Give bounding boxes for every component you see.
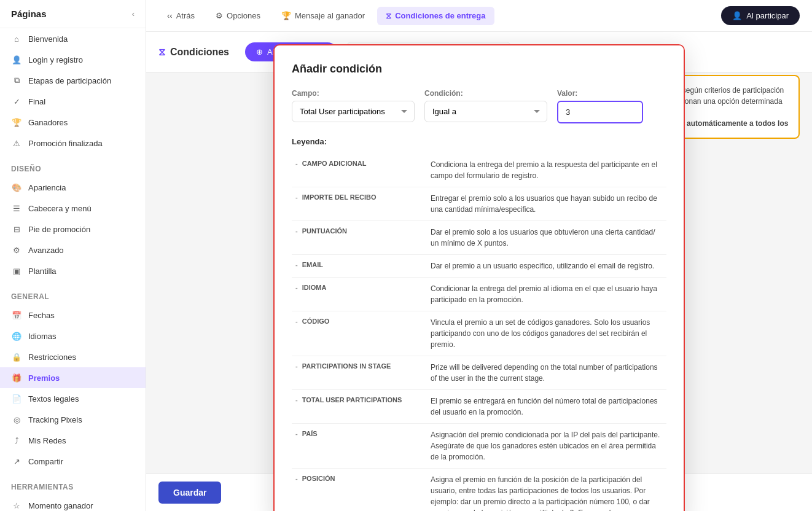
sidebar-item-login[interactable]: 👤 Login y registro [0, 49, 146, 70]
condition-select[interactable]: Igual a [424, 101, 547, 122]
legend-description: El premio se entregará en función del nú… [427, 390, 666, 424]
add-condition-modal: Añadir condición Campo: Total User parti… [273, 44, 685, 511]
legend-dash: - [295, 261, 302, 268]
legend-key-label: CAMPO ADICIONAL [302, 160, 367, 167]
legend-key-label: EMAIL [302, 261, 323, 268]
sidebar-item-idiomas[interactable]: 🌐 Idiomas [0, 326, 146, 346]
legend-key: - EMAIL [292, 255, 427, 278]
sidebar-item-cabecera[interactable]: ☰ Cabecera y menú [0, 198, 146, 219]
legend-key-label: PUNTUACIÓN [302, 227, 347, 235]
palette-icon: 🎨 [11, 182, 22, 193]
legend-description: Asignación del premio condicionada por l… [427, 424, 666, 469]
sidebar-section-pages: ⌂ Bienvenida 👤 Login y registro ⧉ Etapas… [0, 28, 146, 154]
settings-icon: ⚙ [11, 244, 22, 256]
sidebar-item-final[interactable]: ✓ Final [0, 91, 146, 112]
delivery-conditions-label: Condiciones de entrega [395, 11, 485, 20]
trophy-nav-icon: 🏆 [281, 11, 291, 20]
sidebar-item-fechas[interactable]: 📅 Fechas [0, 305, 146, 326]
participar-icon: 👤 [732, 11, 742, 20]
legend-description: Dar el premio solo a los usuarios que ob… [427, 221, 666, 255]
gift-icon: 🎁 [11, 372, 22, 383]
menu-icon: ☰ [11, 203, 22, 214]
winner-message-button[interactable]: 🏆 Mensaje al ganador [273, 7, 373, 25]
sidebar-item-ganadores[interactable]: 🏆 Ganadores [0, 112, 146, 133]
value-label: Valor: [557, 89, 643, 98]
sidebar-item-label: Bienvenida [28, 34, 68, 44]
sidebar-item-redes[interactable]: ⤴ Mis Redes [0, 430, 146, 451]
sidebar-item-plantilla[interactable]: ▣ Plantilla [0, 260, 146, 281]
legend-dash: - [295, 475, 302, 482]
legend-key: - TOTAL USER PARTICIPATIONS [292, 390, 427, 424]
legend-row: - PARTICIPATIONS IN STAGE Prize will be … [292, 356, 666, 390]
condition-group: Condición: Igual a [424, 89, 547, 123]
field-select[interactable]: Total User participations [292, 101, 415, 122]
sidebar-item-label: Tracking Pixels [28, 415, 82, 424]
sidebar-item-apariencia[interactable]: 🎨 Apariencia [0, 177, 146, 198]
legend-key-label: IMPORTE DEL RECIBO [302, 193, 377, 201]
modal-form-row: Campo: Total User participations Condici… [292, 89, 666, 123]
sidebar-section-title-herramientas: Herramientas [0, 472, 146, 495]
globe-icon: 🌐 [11, 330, 22, 341]
legend-description: Entregar el premio solo a los usuarios q… [427, 187, 666, 221]
legend-key-label: TOTAL USER PARTICIPATIONS [302, 396, 402, 404]
value-group: Valor: [557, 89, 643, 123]
sidebar-item-promo-finalizada[interactable]: ⚠ Promoción finalizada [0, 133, 146, 154]
legend-key: - IMPORTE DEL RECIBO [292, 187, 427, 221]
sidebar-title: Páginas [11, 9, 47, 19]
sidebar-section-herramientas: Herramientas ☆ Momento ganador [0, 472, 146, 511]
warning-icon: ⚠ [11, 138, 22, 149]
user-icon: 👤 [11, 54, 22, 65]
sidebar-item-textos[interactable]: 📄 Textos legales [0, 388, 146, 409]
sidebar-section-title-diseno: Diseño [0, 154, 146, 177]
sidebar-item-label: Plantilla [28, 267, 57, 276]
sidebar-item-premios[interactable]: 🎁 Premios [0, 367, 146, 388]
share2-icon: ↗ [11, 456, 22, 467]
sidebar-item-label: Cabecera y menú [28, 204, 92, 213]
layers-icon: ⧉ [11, 75, 22, 86]
sidebar-item-avanzado[interactable]: ⚙ Avanzado [0, 240, 146, 260]
legend-row: - IDIOMA Condicionar la entrega del prem… [292, 278, 666, 311]
legend-row: - CAMPO ADICIONAL Condiciona la entrega … [292, 154, 666, 187]
sidebar-item-label: Restricciones [28, 353, 76, 362]
sidebar-item-label: Login y registro [28, 55, 83, 64]
legend-dash: - [295, 396, 302, 404]
sidebar-item-label: Premios [28, 373, 60, 383]
modal-overlay: Añadir condición Campo: Total User parti… [146, 32, 812, 511]
main-content: ‹‹ Atrás ⚙ Opciones 🏆 Mensaje al ganador… [146, 0, 812, 511]
al-participar-button[interactable]: 👤 Al participar [721, 6, 800, 25]
legend-key: - PARTICIPATIONS IN STAGE [292, 356, 427, 390]
sidebar-item-tracking[interactable]: ◎ Tracking Pixels [0, 409, 146, 430]
legend-description: Asigna el premio en función de la posici… [427, 469, 666, 512]
sidebar-collapse-button[interactable]: ‹ [132, 9, 135, 18]
field-group: Campo: Total User participations [292, 89, 415, 123]
value-input[interactable] [557, 101, 643, 123]
sidebar-item-label: Compartir [28, 457, 63, 466]
sidebar-item-momento[interactable]: ☆ Momento ganador [0, 495, 146, 511]
legend-row: - IMPORTE DEL RECIBO Entregar el premio … [292, 187, 666, 221]
check-icon: ✓ [11, 96, 22, 107]
legend-description: Vincula el premio a un set de códigos ga… [427, 311, 666, 356]
field-label: Campo: [292, 89, 415, 98]
doc-icon: 📄 [11, 393, 22, 404]
home-icon: ⌂ [11, 33, 22, 44]
legend-description: Condicionar la entrega del premio al idi… [427, 278, 666, 311]
sidebar-item-restricciones[interactable]: 🔒 Restricciones [0, 346, 146, 367]
sidebar-item-compartir[interactable]: ↗ Compartir [0, 451, 146, 472]
sidebar-item-pie[interactable]: ⊟ Pie de promoción [0, 219, 146, 240]
winner-message-label: Mensaje al ganador [295, 11, 365, 20]
legend-dash: - [295, 227, 302, 235]
legend-key-label: CÓDIGO [302, 318, 330, 325]
legend-row: - POSICIÓN Asigna el premio en función d… [292, 469, 666, 512]
sidebar-item-bienvenida[interactable]: ⌂ Bienvenida [0, 28, 146, 49]
back-button[interactable]: ‹‹ Atrás [158, 7, 203, 25]
options-button[interactable]: ⚙ Opciones [207, 7, 269, 25]
back-label: Atrás [176, 11, 195, 20]
sidebar-item-etapas[interactable]: ⧉ Etapas de participación [0, 70, 146, 91]
legend-key: - IDIOMA [292, 278, 427, 311]
sidebar-item-label: Final [28, 97, 45, 106]
delivery-conditions-button[interactable]: ⧖ Condiciones de entrega [377, 7, 494, 25]
legend-key: - PAÍS [292, 424, 427, 469]
sidebar-item-label: Ganadores [28, 118, 68, 127]
sidebar-section-title-general: General [0, 281, 146, 305]
legend-section: Leyenda: - CAMPO ADICIONAL Condiciona la… [292, 137, 666, 511]
